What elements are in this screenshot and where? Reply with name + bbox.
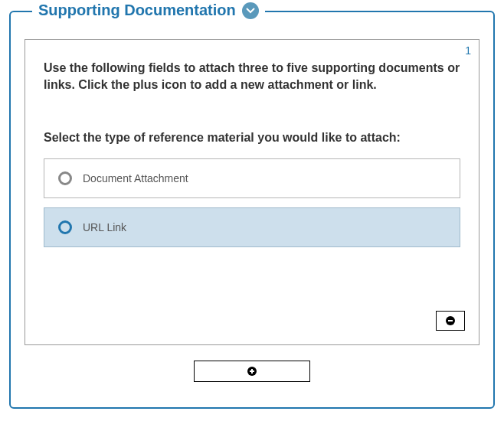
- option-label: URL Link: [83, 221, 126, 233]
- section-title: Supporting Documentation: [38, 2, 236, 19]
- remove-item-button[interactable]: [436, 311, 465, 331]
- section-legend: Supporting Documentation: [32, 2, 265, 19]
- option-document-attachment[interactable]: Document Attachment: [44, 158, 460, 198]
- plus-icon: [247, 367, 257, 376]
- item-number: 1: [465, 44, 471, 57]
- radio-unchecked-icon: [58, 220, 72, 234]
- add-item-button[interactable]: [194, 361, 310, 382]
- instructions-text: Use the following fields to attach three…: [44, 60, 460, 94]
- supporting-documentation-section: Supporting Documentation 1 Use the follo…: [9, 11, 495, 409]
- attachment-item-card: 1 Use the following fields to attach thr…: [25, 39, 479, 345]
- option-url-link[interactable]: URL Link: [44, 207, 460, 247]
- select-prompt: Select the type of reference material yo…: [44, 131, 460, 145]
- option-label: Document Attachment: [83, 172, 188, 184]
- minus-icon: [446, 316, 455, 325]
- chevron-down-icon[interactable]: [242, 2, 259, 19]
- radio-unchecked-icon: [58, 171, 72, 185]
